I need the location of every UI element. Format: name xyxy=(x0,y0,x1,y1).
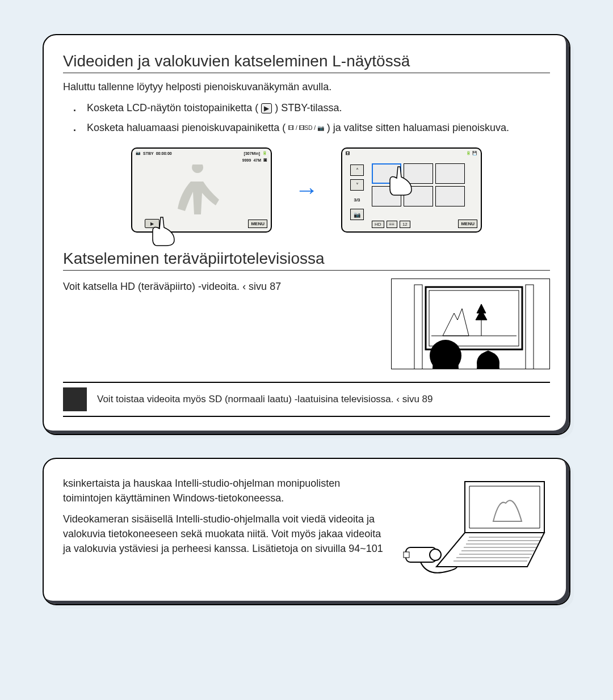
mode-button[interactable]: 📷 xyxy=(350,209,364,220)
down-button[interactable]: ˅ xyxy=(350,179,364,191)
thumbnail-icons: 🎞 / 🎞SD / 📷 xyxy=(288,125,324,131)
svg-rect-4 xyxy=(414,285,422,369)
svg-point-17 xyxy=(430,549,441,560)
intro-text: Haluttu tallenne löytyy helposti pienois… xyxy=(63,81,550,93)
tb-item[interactable]: HD xyxy=(372,221,384,228)
panel-intelli-studio: ksinkertaista ja hauskaa Intelli-studio-… xyxy=(43,458,570,605)
tb-item[interactable]: ≡≡ xyxy=(387,221,397,228)
note-box: Voit toistaa videoita myös SD (normaali … xyxy=(63,382,550,417)
heading-lcd-viewing: Videoiden ja valokuvien katseleminen L-n… xyxy=(63,52,550,73)
step-2: Kosketa haluamaasi pienoiskuvapainiketta… xyxy=(73,121,550,135)
step-1: Kosketa LCD-näytön toistopainiketta ( ▶ … xyxy=(73,101,550,115)
menu-button[interactable]: MENU xyxy=(458,220,477,228)
page-indicator: 3/3 xyxy=(350,194,364,205)
note-text: Voit toistaa videoita myös SD (normaali … xyxy=(97,394,433,405)
play-icon: ▶ xyxy=(261,103,272,113)
laptop-illustration xyxy=(402,476,550,578)
heading-hdtv: Katseleminen teräväpiirtotelevisiossa xyxy=(63,250,550,271)
nav-arrows: ˄ ˅ 3/3 📷 xyxy=(350,165,364,220)
status-bar-2: 🎞🔋 💾 xyxy=(342,149,481,158)
arrow-icon: → xyxy=(295,176,318,204)
tb-item[interactable]: 12 xyxy=(400,221,410,228)
menu-button[interactable]: MENU xyxy=(248,220,267,228)
intelli-lead: ksinkertaista ja hauskaa Intelli-studio-… xyxy=(63,476,385,505)
hdtv-row: Voit katsella HD (teräväpiirto) -videoit… xyxy=(63,279,550,369)
figure-row: 📷 STBY 00:00:00 [307Min] 🔋 9999 47M ▣ ▶ … xyxy=(63,147,550,233)
silhouette-figure xyxy=(166,165,229,221)
tv-illustration xyxy=(391,279,550,369)
lcd-screen-thumbnails: 🎞🔋 💾 ˄ ˅ 3/3 📷 HD ≡≡ 12 MENU xyxy=(341,147,482,233)
thumbnail-grid xyxy=(372,163,465,206)
hand-icon xyxy=(149,216,178,247)
steps-list: Kosketa LCD-näytön toistopainiketta ( ▶ … xyxy=(63,101,550,135)
bottom-toolbar: HD ≡≡ 12 xyxy=(372,221,410,228)
svg-rect-18 xyxy=(404,552,409,558)
intelli-text-block: ksinkertaista ja hauskaa Intelli-studio-… xyxy=(63,476,385,555)
up-button[interactable]: ˄ xyxy=(350,165,364,176)
hand-icon xyxy=(387,166,415,197)
intelli-body: Videokameran sisäisellä Intelli-studio-o… xyxy=(63,512,385,556)
thumbnail[interactable] xyxy=(435,186,465,206)
lcd-screen-record: 📷 STBY 00:00:00 [307Min] 🔋 9999 47M ▣ ▶ … xyxy=(131,147,272,233)
panel-viewing: Videoiden ja valokuvien katseleminen L-n… xyxy=(43,34,570,435)
note-icon xyxy=(63,387,87,411)
status-bar: 📷 STBY 00:00:00 [307Min] 🔋 xyxy=(132,149,271,158)
hdtv-text: Voit katsella HD (teräväpiirto) -videoit… xyxy=(63,281,281,293)
thumbnail[interactable] xyxy=(435,163,465,184)
svg-rect-5 xyxy=(526,285,534,369)
